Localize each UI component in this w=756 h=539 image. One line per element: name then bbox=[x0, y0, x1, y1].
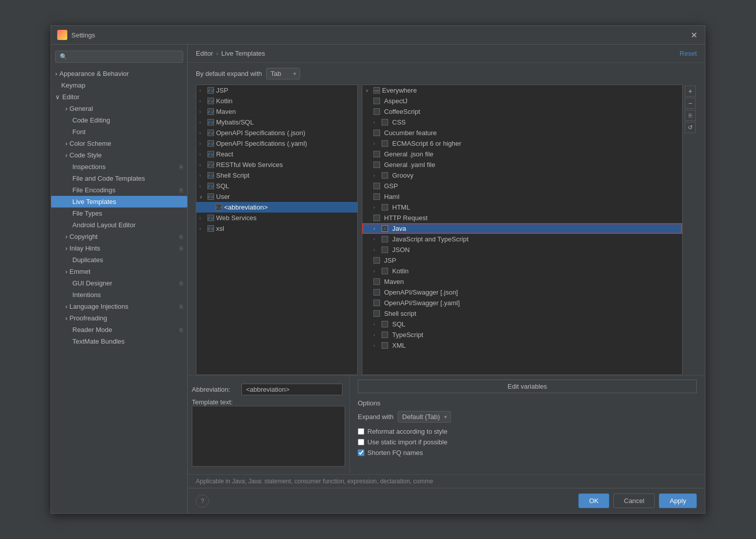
cancel-button[interactable]: Cancel bbox=[613, 493, 655, 508]
close-button[interactable]: ✕ bbox=[689, 30, 699, 40]
sidebar-item-textmate[interactable]: TextMate Bundles bbox=[51, 336, 187, 347]
sidebar-item-language-injections[interactable]: › Language Injections ⎘ bbox=[51, 301, 187, 312]
ok-button[interactable]: OK bbox=[578, 493, 609, 508]
sidebar-item-file-code-templates[interactable]: File and Code Templates bbox=[51, 173, 187, 184]
checkbox-maven[interactable]: ✓ bbox=[207, 108, 214, 115]
checkbox-kotlin2[interactable] bbox=[382, 268, 388, 274]
revert-button[interactable]: ↺ bbox=[685, 122, 696, 133]
checkbox-general-json[interactable] bbox=[373, 151, 380, 157]
tree-item-kotlin[interactable]: › ✓ Kotlin bbox=[196, 96, 357, 106]
context-item-kotlin2[interactable]: › Kotlin bbox=[362, 266, 682, 276]
tree-item-openapi-json[interactable]: › ✓ OpenAPI Specifications (.json) bbox=[196, 128, 357, 138]
sidebar-item-code-style[interactable]: › Code Style bbox=[51, 149, 187, 161]
checkbox-shorten-fq[interactable] bbox=[358, 449, 364, 456]
search-input[interactable] bbox=[55, 51, 183, 63]
context-item-typescript[interactable]: › TypeScript bbox=[362, 329, 682, 340]
checkbox-mybatis[interactable]: ✓ bbox=[207, 119, 214, 126]
checkbox-everywhere[interactable]: — bbox=[373, 87, 380, 94]
expand-with-option-select[interactable]: Default (Tab) Tab Enter Space bbox=[398, 411, 451, 423]
sidebar-item-emmet[interactable]: › Emmet bbox=[51, 266, 187, 277]
context-item-shell-script[interactable]: Shell script bbox=[362, 308, 682, 319]
reset-button[interactable]: Reset bbox=[680, 50, 697, 57]
checkbox-typescript[interactable] bbox=[382, 331, 388, 338]
context-item-sql2[interactable]: › SQL bbox=[362, 319, 682, 329]
sidebar-item-file-encodings[interactable]: File Encodings ⎘ bbox=[51, 184, 187, 196]
context-item-js-ts[interactable]: › JavaScript and TypeScript bbox=[362, 234, 682, 244]
tree-item-shell[interactable]: › ✓ Shell Script bbox=[196, 170, 357, 181]
sidebar-item-proofreading[interactable]: › Proofreading bbox=[51, 312, 187, 324]
context-item-json[interactable]: › JSON bbox=[362, 244, 682, 255]
checkbox-openapi-yaml[interactable]: ✓ bbox=[207, 140, 214, 147]
tree-item-react[interactable]: › ✓ React bbox=[196, 149, 357, 159]
checkbox-css[interactable] bbox=[382, 119, 388, 126]
context-item-general-yaml[interactable]: General .yaml file bbox=[362, 159, 682, 170]
checkbox-jsp[interactable]: ✓ bbox=[207, 87, 214, 94]
sidebar-item-copyright[interactable]: › Copyright ⎘ bbox=[51, 231, 187, 242]
checkbox-shell-script[interactable] bbox=[373, 310, 380, 317]
checkbox-shell[interactable]: ✓ bbox=[207, 172, 214, 179]
tree-item-abbreviation[interactable]: ✓ <abbreviation> bbox=[196, 202, 357, 213]
tree-item-sql[interactable]: › ✓ SQL bbox=[196, 181, 357, 191]
expand-with-select[interactable]: Tab Enter Space bbox=[266, 68, 300, 79]
checkbox-oas-yaml[interactable] bbox=[373, 300, 380, 306]
remove-button[interactable]: − bbox=[685, 98, 696, 109]
checkbox-ecmascript[interactable] bbox=[382, 140, 388, 147]
context-item-xml[interactable]: › XML bbox=[362, 340, 682, 351]
context-item-css[interactable]: › CSS bbox=[362, 117, 682, 128]
checkbox-jsp2[interactable] bbox=[373, 257, 380, 264]
tree-item-web-services[interactable]: › ✓ Web Services bbox=[196, 213, 357, 223]
checkbox-restful[interactable]: ✓ bbox=[207, 161, 214, 168]
sidebar-item-keymap[interactable]: Keymap bbox=[51, 79, 187, 91]
sidebar-item-color-scheme[interactable]: › Color Scheme bbox=[51, 138, 187, 149]
context-item-coffeescript[interactable]: CoffeeScript bbox=[362, 106, 682, 117]
tree-item-xsl[interactable]: › ✓ xsl bbox=[196, 223, 357, 234]
context-item-cucumber[interactable]: Cucumber feature bbox=[362, 128, 682, 138]
checkbox-react[interactable]: ✓ bbox=[207, 151, 214, 157]
checkbox-cucumber[interactable] bbox=[373, 130, 380, 136]
checkbox-xml[interactable] bbox=[382, 342, 388, 349]
context-item-haml[interactable]: Haml bbox=[362, 191, 682, 202]
sidebar-item-android-layout[interactable]: Android Layout Editor bbox=[51, 219, 187, 231]
sidebar-item-inspections[interactable]: Inspections ⎘ bbox=[51, 161, 187, 173]
sidebar-item-live-templates[interactable]: Live Templates bbox=[51, 196, 187, 208]
sidebar-item-file-types[interactable]: File Types bbox=[51, 208, 187, 219]
context-item-general-json[interactable]: General .json file bbox=[362, 149, 682, 159]
checkbox-oas-json[interactable] bbox=[373, 289, 380, 296]
checkbox-maven2[interactable] bbox=[373, 278, 380, 285]
edit-variables-button[interactable]: Edit variables bbox=[358, 380, 697, 393]
tree-item-maven[interactable]: › ✓ Maven bbox=[196, 106, 357, 117]
context-item-jsp2[interactable]: JSP bbox=[362, 255, 682, 266]
sidebar-item-gui-designer[interactable]: GUI Designer ⎘ bbox=[51, 277, 187, 289]
abbreviation-input[interactable] bbox=[241, 384, 343, 395]
context-item-java[interactable]: › ✓ Java bbox=[362, 223, 682, 234]
context-item-groovy[interactable]: › Groovy bbox=[362, 170, 682, 181]
context-item-ecmascript[interactable]: › ECMAScript 6 or higher bbox=[362, 138, 682, 149]
add-button[interactable]: + bbox=[685, 86, 696, 97]
checkbox-web-services[interactable]: ✓ bbox=[207, 215, 214, 221]
tree-item-user[interactable]: ∨ ✓ User bbox=[196, 191, 357, 202]
checkbox-groovy[interactable] bbox=[382, 172, 388, 179]
checkbox-openapi-json[interactable]: ✓ bbox=[207, 130, 214, 136]
context-item-aspectj[interactable]: AspectJ bbox=[362, 96, 682, 106]
checkbox-xsl[interactable]: ✓ bbox=[207, 225, 214, 232]
checkbox-user[interactable]: ✓ bbox=[207, 193, 214, 200]
help-button[interactable]: ? bbox=[196, 494, 209, 508]
context-item-oas-json[interactable]: OpenAPI/Swagger [.json] bbox=[362, 287, 682, 298]
checkbox-kotlin[interactable]: ✓ bbox=[207, 98, 214, 104]
checkbox-general-yaml[interactable] bbox=[373, 161, 380, 168]
context-item-html[interactable]: › HTML bbox=[362, 202, 682, 213]
sidebar-item-code-editing[interactable]: Code Editing bbox=[51, 114, 187, 126]
checkbox-abbreviation[interactable]: ✓ bbox=[216, 204, 222, 211]
checkbox-coffeescript[interactable] bbox=[373, 108, 380, 115]
sidebar-item-intentions[interactable]: Intentions bbox=[51, 289, 187, 301]
sidebar-item-general[interactable]: › General bbox=[51, 103, 187, 114]
context-item-maven2[interactable]: Maven bbox=[362, 276, 682, 287]
checkbox-http-request[interactable] bbox=[373, 215, 380, 221]
tree-item-mybatis[interactable]: › ✓ Mybatis/SQL bbox=[196, 117, 357, 128]
checkbox-js-ts[interactable] bbox=[382, 236, 388, 242]
tree-item-jsp[interactable]: › ✓ JSP bbox=[196, 85, 357, 96]
sidebar-item-appearance[interactable]: › Appearance & Behavior bbox=[51, 68, 187, 79]
sidebar-item-font[interactable]: Font bbox=[51, 126, 187, 138]
sidebar-item-editor[interactable]: ∨ Editor bbox=[51, 91, 187, 103]
context-item-http-request[interactable]: HTTP Request bbox=[362, 213, 682, 223]
